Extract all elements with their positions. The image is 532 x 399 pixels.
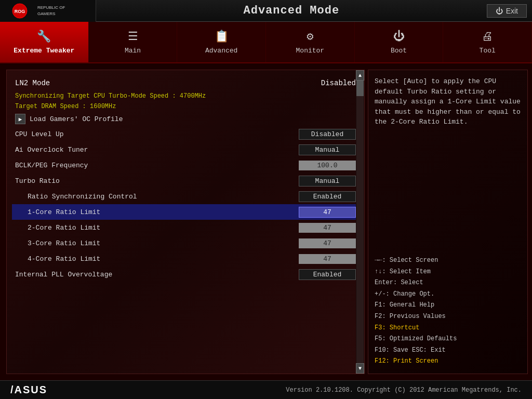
key-help-item: F1: General Help [375, 300, 521, 311]
svg-text:GAMERS: GAMERS [37, 11, 56, 16]
tab-advanced-label: Advanced [205, 47, 237, 55]
setting-row[interactable]: 1-Core Ratio Limit 47 [12, 204, 359, 220]
extreme-tweaker-icon: 🔧 [37, 30, 51, 44]
nav-tabs: 🔧 Extreme Tweaker ☰ Main 📋 Advanced ⚙ Mo… [0, 22, 532, 63]
tab-monitor-label: Monitor [296, 47, 325, 55]
setting-value: 47 [299, 207, 356, 218]
tab-tool-label: Tool [480, 47, 496, 55]
tool-icon: 🖨 [482, 30, 493, 44]
status-bar: /ASUS Version 2.10.1208. Copyright (C) 2… [0, 380, 532, 399]
rog-logo: ROG REPUBLIC OF GAMERS [0, 0, 96, 22]
scroll-down-button[interactable]: ▼ [356, 363, 364, 374]
key-help-item: F5: Optimized Defaults [375, 334, 521, 345]
setting-label: 4-Core Ratio Limit [15, 255, 299, 263]
main-icon: ☰ [128, 30, 138, 44]
tab-advanced[interactable]: 📋 Advanced [177, 22, 266, 62]
ln2-mode-row: LN2 Mode Disabled [12, 75, 359, 91]
setting-value: Enabled [299, 269, 356, 280]
scroll-track[interactable] [356, 81, 364, 363]
setting-value: 47 [299, 254, 356, 264]
tab-monitor[interactable]: ⚙ Monitor [266, 22, 355, 62]
tab-main[interactable]: ☰ Main [89, 22, 178, 62]
setting-value: Manual [299, 144, 356, 155]
setting-label: CPU Level Up [15, 130, 299, 138]
scroll-thumb[interactable] [356, 81, 364, 96]
main-content: LN2 Mode Disabled Synchronizing Target C… [0, 63, 532, 380]
key-help-item: →←: Select Screen [375, 255, 521, 267]
setting-label: Ratio Synchronizing Control [15, 193, 299, 201]
help-text: Select [Auto] to apply the CPU default T… [375, 76, 521, 127]
setting-row[interactable]: Internal PLL Overvoltage Enabled [12, 267, 359, 282]
setting-label: Internal PLL Overvoltage [15, 271, 299, 278]
page-title: Advanced Mode [96, 4, 487, 17]
setting-value: Enabled [299, 191, 356, 202]
asus-logo: /ASUS [10, 384, 47, 396]
key-help-item: F2: Previous Values [375, 311, 521, 323]
setting-rows: CPU Level Up Disabled Ai Overclock Tuner… [12, 126, 359, 282]
settings-panel: LN2 Mode Disabled Synchronizing Target C… [6, 70, 365, 374]
version-text: Version 2.10.1208. Copyright (C) 2012 Am… [286, 387, 522, 394]
exit-icon: ⏻ [496, 7, 503, 15]
exit-label: Exit [506, 7, 518, 15]
key-help-item: ↑↓: Select Item [375, 267, 521, 278]
setting-label: BCLK/PEG Frequency [15, 162, 299, 169]
key-help-item: F10: Save ESC: Exit [375, 345, 521, 356]
setting-value: Manual [299, 176, 356, 187]
setting-value: 47 [299, 223, 356, 233]
setting-value: 47 [299, 238, 356, 248]
monitor-icon: ⚙ [307, 30, 313, 44]
setting-row[interactable]: 2-Core Ratio Limit 47 [12, 220, 359, 235]
scrollbar[interactable]: ▲ ▼ [356, 70, 364, 374]
svg-text:ROG: ROG [15, 9, 25, 14]
ln2-mode-label: LN2 Mode [15, 79, 321, 87]
setting-row[interactable]: 4-Core Ratio Limit 47 [12, 251, 359, 267]
setting-value: 100.0 [299, 161, 356, 170]
setting-value: Disabled [299, 129, 356, 140]
rog-logo-svg: ROG REPUBLIC OF GAMERS [11, 3, 84, 19]
exit-button[interactable]: ⏻ Exit [487, 4, 527, 18]
boot-icon: ⏻ [393, 30, 405, 44]
tab-boot-label: Boot [391, 47, 407, 55]
svg-text:REPUBLIC OF: REPUBLIC OF [37, 5, 65, 10]
key-help-item: Enter: Select [375, 277, 521, 289]
load-profile-label: Load Gamers' OC Profile [30, 115, 123, 123]
tab-boot[interactable]: ⏻ Boot [355, 22, 444, 62]
scroll-up-button[interactable]: ▲ [356, 70, 364, 81]
tab-extreme-tweaker-label: Extreme Tweaker [14, 47, 74, 55]
setting-row[interactable]: CPU Level Up Disabled [12, 126, 359, 142]
info-turbo-speed: Synchronizing Target CPU Turbo-Mode Spee… [12, 91, 359, 101]
info-dram-speed: Target DRAM Speed : 1600MHz [12, 101, 359, 112]
key-help-item: +/-: Change Opt. [375, 289, 521, 300]
setting-row[interactable]: Ai Overclock Tuner Manual [12, 142, 359, 157]
load-profile-button[interactable]: ▶ Load Gamers' OC Profile [12, 112, 359, 126]
key-help: →←: Select Screen↑↓: Select ItemEnter: S… [375, 255, 521, 367]
tab-main-label: Main [125, 47, 141, 55]
setting-row[interactable]: Ratio Synchronizing Control Enabled [12, 189, 359, 204]
setting-label: Turbo Ratio [15, 177, 299, 185]
setting-label: Ai Overclock Tuner [15, 146, 299, 154]
advanced-icon: 📋 [215, 30, 229, 44]
key-help-item: F12: Print Screen [375, 356, 521, 367]
setting-row[interactable]: 3-Core Ratio Limit 47 [12, 235, 359, 251]
tab-extreme-tweaker[interactable]: 🔧 Extreme Tweaker [0, 22, 89, 62]
setting-label: 1-Core Ratio Limit [15, 208, 299, 216]
help-panel: Select [Auto] to apply the CPU default T… [368, 70, 528, 374]
spacer [375, 134, 521, 254]
tab-tool[interactable]: 🖨 Tool [443, 22, 532, 62]
key-help-item: F3: Shortcut [375, 323, 521, 334]
setting-label: 3-Core Ratio Limit [15, 240, 299, 247]
profile-arrow-icon: ▶ [15, 114, 25, 124]
header: ROG REPUBLIC OF GAMERS Advanced Mode ⏻ E… [0, 0, 532, 22]
ln2-mode-value: Disabled [321, 79, 356, 87]
setting-row[interactable]: Turbo Ratio Manual [12, 173, 359, 189]
setting-label: 2-Core Ratio Limit [15, 224, 299, 232]
setting-row[interactable]: BCLK/PEG Frequency 100.0 [12, 157, 359, 173]
